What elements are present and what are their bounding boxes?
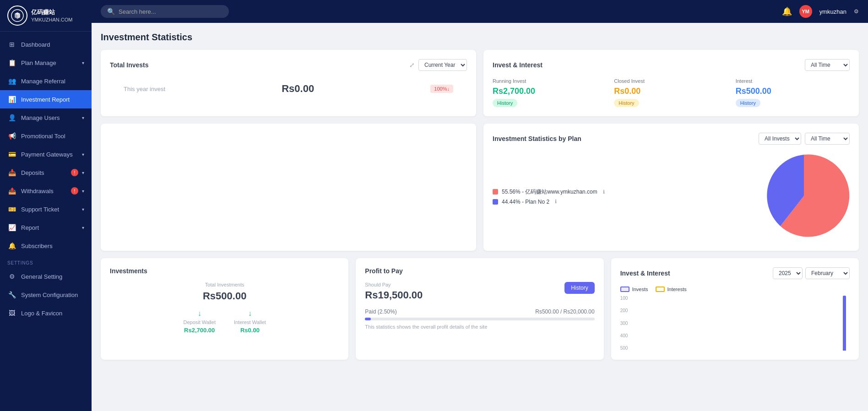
profit-to-pay-card: Profit to Pay Should Pay Rs19,500.00 His… (356, 258, 603, 360)
promotional-tool-icon: 📢 (7, 131, 16, 141)
search-input[interactable] (119, 8, 222, 15)
invest-label: This year invest (124, 86, 165, 92)
interest-label: Interest (736, 78, 850, 84)
bar-group (689, 350, 695, 351)
sidebar-item-manage-referral[interactable]: 👥 Manage Referral (0, 72, 92, 90)
plan-legend-label-1: 55.56% - 亿码赚站www.ymkuzhan.com (502, 188, 597, 196)
invest-bar (843, 296, 846, 351)
sidebar-nav: ⊞ Dashboard 📋 Plan Manage ▾ 👥 Manage Ref… (0, 32, 92, 411)
interest-value: Rs500.00 (736, 87, 850, 96)
total-invests-select[interactable]: Current Year All Time This Month (418, 59, 467, 71)
chart-year-select[interactable]: 2025 2024 2023 (773, 267, 803, 279)
notification-icon[interactable]: 🔔 (782, 6, 792, 16)
search-box[interactable]: 🔍 (101, 5, 229, 18)
running-history-btn[interactable]: History (493, 99, 517, 107)
invest-interest-chart-header: Invest & Interest 2025 2024 2023 January… (620, 267, 850, 279)
interest-arrow-icon: ↓ (248, 309, 252, 318)
profit-to-pay-header: Profit to Pay (365, 267, 594, 275)
bar-group (758, 350, 765, 351)
total-invests-body: This year invest Rs0.00 100%↓ (110, 78, 467, 99)
plan-legend: 55.56% - 亿码赚站www.ymkuzhan.com ℹ 44.44% -… (493, 188, 605, 208)
paid-label: Paid (2.50%) (365, 308, 396, 315)
sidebar-item-general-setting[interactable]: ⚙ General Setting (0, 267, 92, 286)
sidebar-item-label: Report (21, 224, 80, 231)
bar-group (727, 350, 734, 351)
invest-interest-select[interactable]: All Time This Month This Year (805, 59, 850, 71)
main-area: 🔍 🔔 YM ymkuzhan ⚙ Investment Statistics … (92, 0, 868, 411)
sidebar-item-label: Dashboard (21, 41, 84, 48)
chart-month-select[interactable]: January February March April May June Ju… (805, 267, 850, 279)
chevron-down-icon: ▾ (82, 152, 84, 157)
bar-group (804, 350, 811, 351)
subscribers-icon: 🔔 (7, 241, 16, 250)
chart-area: 500 400 300 200 100 (620, 296, 850, 351)
profit-history-button[interactable]: History (564, 282, 594, 294)
sidebar-item-withdrawals[interactable]: 📤 Withdrawals ! ▾ (0, 182, 92, 200)
bar-group (827, 350, 834, 351)
sidebar-item-system-configuration[interactable]: 🔧 System Configuration (0, 286, 92, 304)
bar-group (766, 350, 773, 351)
legend-box-yellow (656, 287, 665, 292)
interest-wallet-col: ↓ Interest Wallet Rs0.00 (234, 309, 266, 334)
bar-group (812, 350, 819, 351)
invest-interest-grid: Running Invest Rs2,700.00 History Closed… (493, 78, 850, 107)
bar-group (704, 350, 711, 351)
sidebar-item-payment-gateways[interactable]: 💳 Payment Gateways ▾ (0, 145, 92, 163)
progress-bar-bg (365, 318, 594, 320)
investments-wallets: ↓ Deposit Wallet Rs2,700.00 ↓ Interest W… (110, 309, 339, 334)
sidebar-item-dashboard[interactable]: ⊞ Dashboard (0, 35, 92, 54)
bars-area (635, 296, 850, 351)
closed-invest-label: Closed Invest (614, 78, 728, 84)
bar-group (635, 350, 642, 351)
sidebar-item-label: General Setting (21, 273, 84, 280)
sidebar-item-support-ticket[interactable]: 🎫 Support Ticket ▾ (0, 200, 92, 218)
bar-group (835, 350, 842, 351)
sidebar-item-label: Logo & Favicon (21, 310, 84, 317)
bar-group (781, 350, 788, 351)
invest-amount: Rs0.00 (282, 83, 314, 95)
manage-referral-icon: 👥 (7, 76, 16, 86)
closed-history-btn[interactable]: History (614, 99, 639, 107)
bar-group (642, 350, 649, 351)
stats-by-plan-select1[interactable]: All Invests Running Closed (759, 133, 801, 145)
y-axis-label: 400 (620, 333, 633, 338)
closed-invest-col: Closed Invest Rs0.00 History (614, 78, 728, 107)
bar-group (658, 350, 665, 351)
maximize-icon[interactable]: ⤢ (409, 61, 415, 69)
page-title: Investment Statistics (101, 32, 859, 43)
sidebar-item-plan-manage[interactable]: 📋 Plan Manage ▾ (0, 54, 92, 72)
running-invest-value: Rs2,700.00 (493, 87, 607, 96)
profit-should-pay-block: Should Pay Rs19,500.00 (365, 282, 423, 303)
invest-interest-chart-card: Invest & Interest 2025 2024 2023 January… (611, 258, 859, 360)
info-icon-1: ℹ (603, 189, 605, 195)
sidebar-item-investment-report[interactable]: 📊 Investment Report (0, 90, 92, 108)
total-invests-controls: ⤢ Current Year All Time This Month (409, 59, 467, 71)
user-menu-icon[interactable]: ⚙ (854, 8, 859, 15)
sidebar-item-subscribers[interactable]: 🔔 Subscribers (0, 237, 92, 255)
deposit-wallet-label: Deposit Wallet (183, 319, 216, 325)
sidebar-item-deposits[interactable]: 📥 Deposits ! ▾ (0, 163, 92, 182)
bar-group (750, 350, 757, 351)
running-invest-label: Running Invest (493, 78, 607, 84)
stats-by-plan-select2[interactable]: All Time This Month This Year (805, 133, 850, 145)
withdrawals-badge: ! (71, 187, 78, 195)
sidebar-item-logo-favicon[interactable]: 🖼 Logo & Favicon (0, 304, 92, 322)
bar-group (743, 350, 749, 351)
bar-group (681, 350, 688, 351)
investments-total-label: Total Investments (110, 282, 339, 287)
interest-history-btn[interactable]: History (736, 99, 760, 107)
top-cards-row: Total Invests ⤢ Current Year All Time Th… (101, 50, 859, 116)
chevron-down-icon: ▾ (82, 170, 84, 175)
y-axis-label: 500 (620, 346, 633, 351)
sidebar-item-report[interactable]: 📈 Report ▾ (0, 218, 92, 237)
interest-wallet-label: Interest Wallet (234, 319, 266, 325)
info-icon-2: ℹ (555, 199, 557, 205)
payment-gateways-icon: 💳 (7, 150, 16, 159)
bar-chart: 500 400 300 200 100 (620, 296, 850, 351)
chevron-down-icon: ▾ (82, 60, 84, 65)
invest-interest-chart-title: Invest & Interest (620, 270, 670, 277)
sidebar: 亿码赚站 YMKUZHAN.COM ⊞ Dashboard 📋 Plan Man… (0, 0, 92, 411)
sidebar-item-manage-users[interactable]: 👤 Manage Users ▾ (0, 108, 92, 127)
sidebar-item-promotional-tool[interactable]: 📢 Promotional Tool (0, 127, 92, 145)
bar-group (789, 350, 796, 351)
